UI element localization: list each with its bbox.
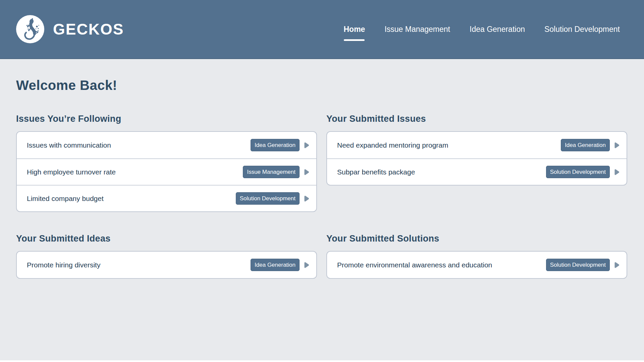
- app-root: GECKOS Home Issue Management Idea Genera…: [0, 0, 644, 279]
- brand-name: GECKOS: [53, 20, 124, 38]
- nav-item-issue-management[interactable]: Issue Management: [384, 25, 450, 34]
- brand-logo[interactable]: GECKOS: [16, 15, 124, 43]
- section-submitted-issues: Your Submitted Issues Need expanded ment…: [326, 114, 627, 186]
- nav-item-home[interactable]: Home: [343, 25, 365, 34]
- card-issues-following: Issues with communication Idea Generatio…: [16, 131, 317, 212]
- nav-item-label: Idea Generation: [470, 25, 525, 34]
- arrow-right-icon[interactable]: [304, 195, 310, 202]
- arrow-right-icon[interactable]: [614, 169, 620, 175]
- nav-item-label: Issue Management: [384, 25, 450, 34]
- item-title: Need expanded mentoring program: [337, 141, 561, 149]
- list-item[interactable]: Issues with communication Idea Generatio…: [17, 132, 316, 158]
- list-item[interactable]: Limited company budget Solution Developm…: [17, 185, 316, 211]
- main-nav: Home Issue Management Idea Generation So…: [343, 25, 620, 34]
- list-item[interactable]: Need expanded mentoring program Idea Gen…: [327, 132, 627, 158]
- nav-item-solution-development[interactable]: Solution Development: [544, 25, 620, 34]
- phase-badge: Issue Management: [243, 166, 300, 178]
- gecko-logo-icon: [16, 15, 44, 43]
- phase-badge: Solution Development: [236, 192, 300, 205]
- phase-badge: Solution Development: [546, 166, 610, 178]
- section-title: Your Submitted Ideas: [16, 234, 317, 244]
- phase-badge: Idea Generation: [561, 139, 610, 151]
- sections-grid: Issues You’re Following Issues with comm…: [16, 114, 627, 279]
- bottom-strip: [0, 360, 644, 362]
- arrow-right-icon[interactable]: [614, 142, 620, 149]
- list-item[interactable]: Promote environmental awareness and educ…: [327, 252, 627, 278]
- card-submitted-ideas: Promote hiring diversity Idea Generation: [16, 251, 317, 279]
- arrow-right-icon[interactable]: [304, 262, 310, 268]
- list-item[interactable]: Subpar benefits package Solution Develop…: [327, 158, 627, 185]
- header: GECKOS Home Issue Management Idea Genera…: [0, 0, 644, 59]
- item-title: Issues with communication: [27, 141, 251, 149]
- card-submitted-solutions: Promote environmental awareness and educ…: [326, 251, 627, 279]
- list-item[interactable]: High employee turnover rate Issue Manage…: [17, 158, 316, 185]
- section-title: Issues You’re Following: [16, 114, 317, 124]
- page-title: Welcome Back!: [16, 78, 627, 93]
- section-submitted-ideas: Your Submitted Ideas Promote hiring dive…: [16, 234, 317, 279]
- item-title: High employee turnover rate: [27, 168, 243, 176]
- section-title: Your Submitted Issues: [326, 114, 627, 124]
- arrow-right-icon[interactable]: [614, 262, 620, 268]
- phase-badge: Idea Generation: [251, 139, 300, 151]
- section-submitted-solutions: Your Submitted Solutions Promote environ…: [326, 234, 627, 279]
- list-item[interactable]: Promote hiring diversity Idea Generation: [17, 252, 316, 278]
- item-title: Limited company budget: [27, 195, 236, 203]
- item-title: Subpar benefits package: [337, 168, 546, 176]
- main-content: Welcome Back! Issues You’re Following Is…: [0, 78, 644, 279]
- nav-item-label: Home: [343, 25, 365, 34]
- section-issues-following: Issues You’re Following Issues with comm…: [16, 114, 317, 212]
- arrow-right-icon[interactable]: [304, 169, 310, 175]
- item-title: Promote hiring diversity: [27, 261, 251, 269]
- phase-badge: Solution Development: [546, 259, 610, 271]
- section-title: Your Submitted Solutions: [326, 234, 627, 244]
- phase-badge: Idea Generation: [251, 259, 300, 271]
- nav-item-label: Solution Development: [544, 25, 620, 34]
- nav-item-idea-generation[interactable]: Idea Generation: [470, 25, 525, 34]
- card-submitted-issues: Need expanded mentoring program Idea Gen…: [326, 131, 627, 186]
- active-tab-underline: [344, 39, 365, 41]
- arrow-right-icon[interactable]: [304, 142, 310, 149]
- item-title: Promote environmental awareness and educ…: [337, 261, 546, 269]
